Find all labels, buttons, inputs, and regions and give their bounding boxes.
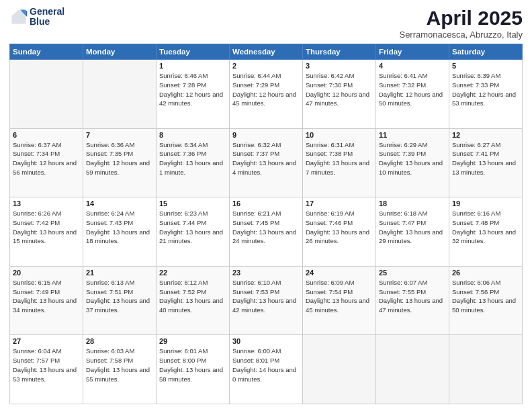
location-subtitle: Serramonacesca, Abruzzo, Italy <box>399 30 523 40</box>
calendar-cell: 5Sunrise: 6:39 AMSunset: 7:33 PMDaylight… <box>449 60 523 129</box>
calendar-table: SundayMondayTuesdayWednesdayThursdayFrid… <box>9 44 523 404</box>
day-number: 14 <box>86 199 153 208</box>
day-number: 28 <box>86 337 153 345</box>
day-number: 3 <box>306 62 373 70</box>
day-number: 9 <box>232 131 300 139</box>
day-info: Sunrise: 6:16 AMSunset: 7:48 PMDaylight:… <box>452 209 519 246</box>
day-number: 7 <box>86 131 153 139</box>
calendar-cell: 18Sunrise: 6:18 AMSunset: 7:47 PMDayligh… <box>376 197 449 267</box>
calendar-cell: 15Sunrise: 6:23 AMSunset: 7:44 PMDayligh… <box>157 197 230 267</box>
day-number: 24 <box>306 269 373 277</box>
day-info: Sunrise: 6:32 AMSunset: 7:37 PMDaylight:… <box>232 140 300 177</box>
day-number: 21 <box>86 269 153 277</box>
calendar-cell: 22Sunrise: 6:12 AMSunset: 7:52 PMDayligh… <box>157 266 230 335</box>
day-number: 22 <box>159 269 226 277</box>
calendar-cell: 8Sunrise: 6:34 AMSunset: 7:36 PMDaylight… <box>157 128 230 197</box>
day-number: 15 <box>159 199 226 208</box>
calendar-cell: 24Sunrise: 6:09 AMSunset: 7:54 PMDayligh… <box>303 266 376 335</box>
calendar-cell: 16Sunrise: 6:21 AMSunset: 7:45 PMDayligh… <box>230 197 303 267</box>
day-info: Sunrise: 6:06 AMSunset: 7:56 PMDaylight:… <box>452 278 519 315</box>
calendar-cell: 17Sunrise: 6:19 AMSunset: 7:46 PMDayligh… <box>303 197 376 267</box>
day-number: 17 <box>306 199 373 208</box>
calendar-cell: 29Sunrise: 6:01 AMSunset: 8:00 PMDayligh… <box>157 335 230 404</box>
day-info: Sunrise: 6:04 AMSunset: 7:57 PMDaylight:… <box>13 347 80 383</box>
day-number: 20 <box>13 269 80 277</box>
calendar-cell: 20Sunrise: 6:15 AMSunset: 7:49 PMDayligh… <box>10 266 83 335</box>
calendar-cell: 14Sunrise: 6:24 AMSunset: 7:43 PMDayligh… <box>83 197 157 267</box>
day-number: 26 <box>452 269 519 277</box>
day-number: 27 <box>13 337 80 345</box>
day-number: 1 <box>159 62 226 70</box>
day-info: Sunrise: 6:03 AMSunset: 7:58 PMDaylight:… <box>86 347 153 383</box>
logo-line2: Blue <box>30 17 64 27</box>
day-info: Sunrise: 6:15 AMSunset: 7:49 PMDaylight:… <box>13 278 80 315</box>
calendar-header-row: SundayMondayTuesdayWednesdayThursdayFrid… <box>10 44 523 60</box>
calendar-week-row: 6Sunrise: 6:37 AMSunset: 7:34 PMDaylight… <box>10 128 523 197</box>
col-header-friday: Friday <box>376 44 449 60</box>
day-info: Sunrise: 6:37 AMSunset: 7:34 PMDaylight:… <box>13 140 80 177</box>
day-number: 30 <box>232 337 300 345</box>
calendar-cell <box>10 60 83 129</box>
day-info: Sunrise: 6:00 AMSunset: 8:01 PMDaylight:… <box>232 347 300 383</box>
calendar-cell: 11Sunrise: 6:29 AMSunset: 7:39 PMDayligh… <box>376 128 449 197</box>
calendar-cell: 19Sunrise: 6:16 AMSunset: 7:48 PMDayligh… <box>449 197 523 267</box>
logo-icon <box>9 7 28 26</box>
day-number: 4 <box>379 62 446 70</box>
calendar-cell: 2Sunrise: 6:44 AMSunset: 7:29 PMDaylight… <box>230 60 303 129</box>
day-info: Sunrise: 6:39 AMSunset: 7:33 PMDaylight:… <box>452 71 519 108</box>
day-number: 13 <box>13 199 80 208</box>
day-info: Sunrise: 6:42 AMSunset: 7:30 PMDaylight:… <box>306 71 373 108</box>
calendar-cell: 30Sunrise: 6:00 AMSunset: 8:01 PMDayligh… <box>230 335 303 404</box>
day-info: Sunrise: 6:46 AMSunset: 7:28 PMDaylight:… <box>159 71 226 108</box>
day-number: 8 <box>159 131 226 139</box>
day-info: Sunrise: 6:31 AMSunset: 7:38 PMDaylight:… <box>306 140 373 177</box>
day-info: Sunrise: 6:07 AMSunset: 7:55 PMDaylight:… <box>379 278 446 315</box>
title-block: April 2025 Serramonacesca, Abruzzo, Ital… <box>399 7 523 40</box>
day-number: 18 <box>379 199 446 208</box>
calendar-week-row: 1Sunrise: 6:46 AMSunset: 7:28 PMDaylight… <box>10 60 523 129</box>
col-header-thursday: Thursday <box>303 44 376 60</box>
day-number: 16 <box>232 199 300 208</box>
calendar-cell: 6Sunrise: 6:37 AMSunset: 7:34 PMDaylight… <box>10 128 83 197</box>
calendar-cell: 12Sunrise: 6:27 AMSunset: 7:41 PMDayligh… <box>449 128 523 197</box>
col-header-tuesday: Tuesday <box>157 44 230 60</box>
calendar-cell: 23Sunrise: 6:10 AMSunset: 7:53 PMDayligh… <box>230 266 303 335</box>
calendar-cell: 1Sunrise: 6:46 AMSunset: 7:28 PMDaylight… <box>157 60 230 129</box>
logo: General Blue <box>9 7 64 28</box>
day-info: Sunrise: 6:44 AMSunset: 7:29 PMDaylight:… <box>232 71 300 108</box>
calendar-cell: 25Sunrise: 6:07 AMSunset: 7:55 PMDayligh… <box>376 266 449 335</box>
col-header-saturday: Saturday <box>449 44 523 60</box>
col-header-sunday: Sunday <box>10 44 83 60</box>
day-number: 12 <box>452 131 519 139</box>
day-number: 6 <box>13 131 80 139</box>
day-number: 10 <box>306 131 373 139</box>
day-info: Sunrise: 6:23 AMSunset: 7:44 PMDaylight:… <box>159 209 226 246</box>
day-number: 5 <box>452 62 519 70</box>
day-number: 11 <box>379 131 446 139</box>
calendar-week-row: 27Sunrise: 6:04 AMSunset: 7:57 PMDayligh… <box>10 335 523 404</box>
col-header-monday: Monday <box>83 44 157 60</box>
day-info: Sunrise: 6:21 AMSunset: 7:45 PMDaylight:… <box>232 209 300 246</box>
day-number: 19 <box>452 199 519 208</box>
calendar-cell: 10Sunrise: 6:31 AMSunset: 7:38 PMDayligh… <box>303 128 376 197</box>
calendar-cell <box>376 335 449 404</box>
calendar-cell <box>83 60 157 129</box>
calendar-cell: 27Sunrise: 6:04 AMSunset: 7:57 PMDayligh… <box>10 335 83 404</box>
day-number: 25 <box>379 269 446 277</box>
day-number: 23 <box>232 269 300 277</box>
calendar-cell: 21Sunrise: 6:13 AMSunset: 7:51 PMDayligh… <box>83 266 157 335</box>
day-info: Sunrise: 6:27 AMSunset: 7:41 PMDaylight:… <box>452 140 519 177</box>
day-number: 29 <box>159 337 226 345</box>
header: General Blue April 2025 Serramonacesca, … <box>9 7 523 40</box>
day-info: Sunrise: 6:24 AMSunset: 7:43 PMDaylight:… <box>86 209 153 246</box>
day-info: Sunrise: 6:10 AMSunset: 7:53 PMDaylight:… <box>232 278 300 315</box>
calendar-week-row: 20Sunrise: 6:15 AMSunset: 7:49 PMDayligh… <box>10 266 523 335</box>
calendar-cell: 3Sunrise: 6:42 AMSunset: 7:30 PMDaylight… <box>303 60 376 129</box>
day-info: Sunrise: 6:18 AMSunset: 7:47 PMDaylight:… <box>379 209 446 246</box>
page: General Blue April 2025 Serramonacesca, … <box>0 0 532 411</box>
calendar-cell: 4Sunrise: 6:41 AMSunset: 7:32 PMDaylight… <box>376 60 449 129</box>
day-info: Sunrise: 6:01 AMSunset: 8:00 PMDaylight:… <box>159 347 226 383</box>
day-info: Sunrise: 6:09 AMSunset: 7:54 PMDaylight:… <box>306 278 373 315</box>
day-info: Sunrise: 6:34 AMSunset: 7:36 PMDaylight:… <box>159 140 226 177</box>
day-info: Sunrise: 6:12 AMSunset: 7:52 PMDaylight:… <box>159 278 226 315</box>
